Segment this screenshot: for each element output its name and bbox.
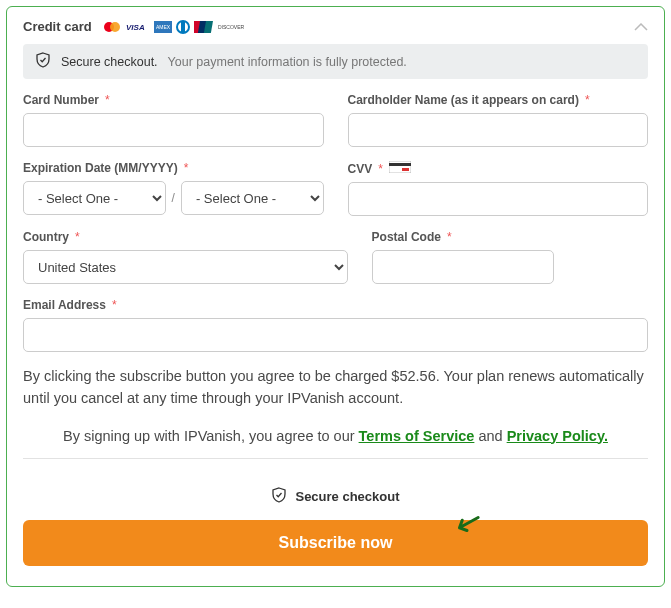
agreement-text: By signing up with IPVanish, you agree t… <box>23 428 648 444</box>
postal-input[interactable] <box>372 250 554 284</box>
cvv-input[interactable] <box>348 182 649 216</box>
card-number-input[interactable] <box>23 113 324 147</box>
svg-text:VISA: VISA <box>126 23 145 32</box>
privacy-link[interactable]: Privacy Policy. <box>507 428 608 444</box>
expiration-month-select[interactable]: - Select One - <box>23 181 166 215</box>
cvv-label: CVV* <box>348 161 649 176</box>
email-input[interactable] <box>23 318 648 352</box>
secure-banner-detail: Your payment information is fully protec… <box>168 55 407 69</box>
expiration-year-select[interactable]: - Select One - <box>181 181 324 215</box>
svg-text:DISCOVER: DISCOVER <box>218 24 245 30</box>
visa-icon: VISA <box>126 21 150 33</box>
postal-label: Postal Code* <box>372 230 648 244</box>
secure-checkout-footer: Secure checkout <box>23 487 648 506</box>
svg-rect-12 <box>389 163 411 166</box>
country-label: Country* <box>23 230 348 244</box>
email-label: Email Address* <box>23 298 648 312</box>
amex-icon: AMEX <box>154 21 172 33</box>
card-number-label: Card Number* <box>23 93 324 107</box>
subscribe-button[interactable]: Subscribe now <box>23 520 648 566</box>
country-select[interactable]: United States <box>23 250 348 284</box>
svg-rect-11 <box>389 161 411 173</box>
svg-point-1 <box>110 22 120 32</box>
cvv-card-icon <box>389 161 411 176</box>
shield-check-icon <box>35 52 51 71</box>
secure-banner: Secure checkout. Your payment informatio… <box>23 44 648 79</box>
credit-card-panel: Credit card VISA AMEX DISCOVER Secure ch… <box>6 6 665 587</box>
panel-title: Credit card <box>23 19 92 34</box>
shield-check-icon <box>271 487 287 506</box>
card-logos: VISA AMEX DISCOVER <box>102 21 246 33</box>
charge-disclaimer: By clicking the subscribe button you agr… <box>23 366 648 410</box>
svg-rect-13 <box>402 168 409 171</box>
cardholder-input[interactable] <box>348 113 649 147</box>
expiration-label: Expiration Date (MM/YYYY)* <box>23 161 324 175</box>
svg-text:AMEX: AMEX <box>156 24 171 30</box>
unionpay-icon <box>194 21 214 33</box>
discover-icon: DISCOVER <box>218 21 246 33</box>
expiration-separator: / <box>172 191 175 205</box>
svg-rect-6 <box>181 22 185 32</box>
divider <box>23 458 648 459</box>
cardholder-label: Cardholder Name (as it appears on card)* <box>348 93 649 107</box>
secure-banner-prefix: Secure checkout. <box>61 55 158 69</box>
panel-header: Credit card VISA AMEX DISCOVER <box>23 19 648 34</box>
diners-icon <box>176 21 190 33</box>
terms-link[interactable]: Terms of Service <box>359 428 475 444</box>
collapse-icon[interactable] <box>634 20 648 34</box>
mastercard-icon <box>102 21 122 33</box>
